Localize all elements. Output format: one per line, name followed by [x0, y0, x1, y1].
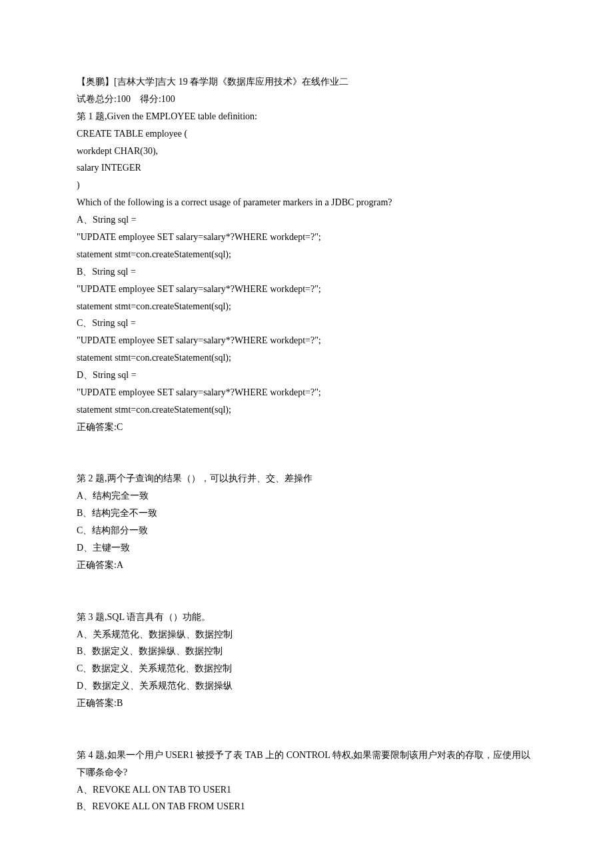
q1-prompt-line2: CREATE TABLE employee (: [77, 125, 536, 143]
q1-option-c-line1: C、String sql =: [77, 315, 536, 332]
q1-prompt-line4: salary INTEGER: [77, 159, 536, 177]
q1-prompt-line1: 第 1 题,Given the EMPLOYEE table definitio…: [77, 108, 536, 125]
document-title: 【奥鹏】[吉林大学]吉大 19 春学期《数据库应用技术》在线作业二: [77, 73, 536, 91]
score-line: 试卷总分:100 得分:100: [77, 91, 536, 108]
blank-line: [77, 712, 536, 729]
q1-option-c-line3: statement stmt=con.createStatement(sql);: [77, 349, 536, 367]
q3-option-b: B、数据定义、数据操纵、数据控制: [77, 643, 536, 660]
q2-answer: 正确答案:A: [77, 557, 536, 574]
q4-prompt: 第 4 题,如果一个用户 USER1 被授予了表 TAB 上的 CONTROL …: [77, 747, 536, 781]
q3-option-d: D、数据定义、关系规范化、数据操纵: [77, 677, 536, 695]
q2-option-c: C、结构部分一致: [77, 522, 536, 539]
q3-option-a: A、关系规范化、数据操纵、数据控制: [77, 626, 536, 643]
q1-option-d-line3: statement stmt=con.createStatement(sql);: [77, 401, 536, 419]
blank-line: [77, 591, 536, 609]
q1-option-b-line2: "UPDATE employee SET salary=salary*?WHER…: [77, 281, 536, 298]
q1-option-a-line3: statement stmt=con.createStatement(sql);: [77, 246, 536, 263]
q2-option-a: A、结构完全一致: [77, 487, 536, 505]
q1-option-d-line2: "UPDATE employee SET salary=salary*?WHER…: [77, 384, 536, 401]
q1-prompt-line6: Which of the following is a correct usag…: [77, 194, 536, 211]
q1-option-a-line1: A、String sql =: [77, 211, 536, 229]
q3-answer: 正确答案:B: [77, 695, 536, 712]
q1-option-c-line2: "UPDATE employee SET salary=salary*?WHER…: [77, 332, 536, 349]
blank-line: [77, 453, 536, 471]
q4-option-b: B、REVOKE ALL ON TAB FROM USER1: [77, 798, 536, 815]
blank-line: [77, 729, 536, 747]
q3-option-c: C、数据定义、关系规范化、数据控制: [77, 660, 536, 677]
q1-option-a-line2: "UPDATE employee SET salary=salary*?WHER…: [77, 229, 536, 246]
q4-option-a: A、REVOKE ALL ON TAB TO USER1: [77, 781, 536, 799]
q3-prompt: 第 3 题,SQL 语言具有（）功能。: [77, 609, 536, 626]
q1-prompt-line3: workdept CHAR(30),: [77, 143, 536, 160]
q1-option-b-line1: B、String sql =: [77, 263, 536, 281]
blank-line: [77, 574, 536, 591]
q1-prompt-line5: ): [77, 177, 536, 194]
q1-answer: 正确答案:C: [77, 419, 536, 436]
q2-option-b: B、结构完全不一致: [77, 505, 536, 522]
q1-option-b-line3: statement stmt=con.createStatement(sql);: [77, 298, 536, 315]
blank-line: [77, 436, 536, 453]
q2-prompt: 第 2 题,两个子查询的结果（），可以执行并、交、差操作: [77, 470, 536, 487]
q1-option-d-line1: D、String sql =: [77, 367, 536, 384]
q2-option-d: D、主键一致: [77, 539, 536, 557]
